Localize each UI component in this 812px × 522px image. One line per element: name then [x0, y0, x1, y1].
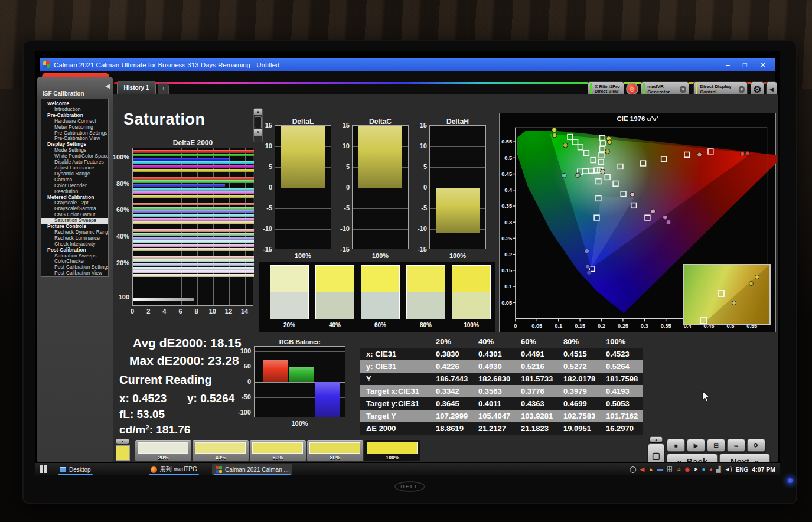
refresh-button[interactable]: ⟳ [747, 439, 765, 452]
patch-swatch[interactable] [367, 442, 418, 454]
tab-history-1[interactable]: History 1 [117, 81, 156, 94]
record-dot-icon[interactable]: ◉ [684, 466, 690, 472]
minimize-button[interactable]: – [726, 61, 730, 69]
table-cell: 0.5053 [600, 399, 643, 408]
deltae-group-label: 20% [106, 259, 129, 266]
close-button[interactable]: ✕ [760, 61, 766, 69]
transport-up-button[interactable]: ▲ [650, 436, 663, 442]
taskbar-item[interactable]: 用到 madTPG [147, 464, 201, 475]
strip-up-icon[interactable]: ▲ [116, 439, 129, 444]
taskbar-item-label: Calman 2021 Calman ... [225, 466, 289, 473]
cie-chart-title: CIE 1976 u'v' [500, 115, 775, 122]
de-bar [133, 270, 254, 273]
speaker-icon[interactable]: ◄) [724, 466, 732, 472]
svg-text:0: 0 [514, 323, 517, 329]
messenger-icon[interactable]: ● [702, 466, 706, 472]
scroll-up-icon[interactable]: ▲ [254, 109, 262, 115]
loop-button[interactable]: ∞ [727, 439, 745, 452]
patch-swatch[interactable] [195, 442, 246, 454]
table-cell: 0.4363 [515, 399, 557, 408]
patch-swatch[interactable] [252, 442, 303, 454]
patch-panel[interactable]: 40% [193, 440, 249, 461]
brush-icon[interactable]: ≋ [676, 466, 681, 472]
bar-group [133, 150, 253, 172]
de-bar [133, 248, 254, 251]
delta-tick-label: -15 [409, 246, 427, 253]
mini-swatch[interactable] [116, 445, 130, 461]
de-bar [133, 169, 254, 172]
row-label: Target y:CIE31 [360, 399, 430, 408]
taskbar-item[interactable]: Calman 2021 Calman ... [212, 464, 292, 475]
patch-mini-column: ▲ [113, 439, 133, 462]
frame-button[interactable]: ⊟ [707, 439, 725, 452]
cie-zoom-inset [683, 264, 771, 325]
svg-text:0.2: 0.2 [504, 252, 512, 257]
deltal-chart-title: DeltaL [275, 118, 331, 126]
sidebar-item[interactable]: Dynamic Range [41, 171, 108, 177]
de-bar [133, 240, 254, 243]
patch-swatch[interactable] [309, 442, 360, 454]
table-cell: 0.4193 [600, 387, 643, 396]
sidebar-item[interactable]: Resolution [41, 189, 108, 195]
display-control-label: Direct Display Control [700, 84, 739, 94]
scroll-down-icon[interactable]: ▼ [254, 129, 262, 136]
table-header-cell: 20% [430, 337, 472, 346]
patch-swatch[interactable] [138, 442, 188, 454]
table-row: x: CIE310.38300.43010.44910.45150.4523 [360, 348, 643, 360]
sidebar-item[interactable]: Post-Calibration View [41, 270, 108, 276]
record-button[interactable]: ◎ [626, 83, 638, 95]
signal-icon[interactable]: ▟ [716, 466, 721, 472]
volume-red-icon[interactable]: ◀ [640, 466, 644, 472]
table-cell: 181.5733 [515, 374, 557, 383]
current-reading-label: Current Reading [119, 373, 212, 387]
stop-button[interactable]: ■ [667, 439, 685, 452]
de-bar [133, 184, 225, 187]
swatch-target [270, 292, 308, 319]
table-row: Target y:CIE310.36450.40110.43630.46990.… [360, 397, 643, 410]
reading-fl: fL: 53.05 [119, 408, 165, 421]
table-cell: 19.0951 [557, 424, 600, 433]
start-button[interactable] [40, 465, 47, 473]
table-cell: 182.6830 [472, 374, 515, 383]
folder-icon[interactable]: ▬ [657, 466, 663, 472]
traffic-icon[interactable]: ▲ [648, 466, 654, 472]
deltae-chart [132, 148, 253, 306]
patch-label: 20% [135, 455, 191, 461]
table-header-cell: 40% [472, 337, 515, 346]
patch-panel[interactable]: 20% [135, 440, 191, 461]
clock[interactable]: 4:07 PM [752, 466, 775, 473]
maximize-button[interactable]: □ [743, 61, 747, 69]
de-bar [133, 298, 194, 301]
play-button[interactable]: ▶ [687, 439, 705, 452]
inset-point [755, 275, 759, 279]
de-bar [133, 191, 254, 194]
delta-tick-label: 10 [409, 142, 427, 149]
table-cell: 182.0178 [557, 374, 600, 383]
table-cell: 0.4011 [472, 399, 515, 408]
taskbar-item[interactable]: Desktop [56, 464, 94, 475]
sidebar-collapse-icon[interactable]: ◀ [105, 83, 110, 89]
patch-panel[interactable]: 60% [250, 440, 306, 461]
patch-panel[interactable]: 80% [307, 440, 363, 461]
swatch [315, 265, 354, 319]
delta-tick-label: 0 [255, 184, 272, 191]
ring-icon[interactable]: ◯ [630, 466, 636, 472]
add-tab-button[interactable]: + [158, 83, 169, 94]
delta-tick-label: 0 [409, 184, 427, 191]
tim-icon[interactable]: ◕ [709, 466, 713, 472]
measurements-table: 20%40%60%80%100%x: CIE310.38300.43010.44… [360, 335, 643, 435]
window-titlebar[interactable]: Calman 2021 Calman Ultimate for Business… [40, 58, 775, 71]
table-cell: 107.2999 [430, 412, 472, 420]
inset-target [700, 317, 707, 324]
chevron-left-icon: ◀ [769, 87, 773, 92]
language-indicator[interactable]: ENG [736, 466, 749, 473]
de-bar [133, 203, 254, 205]
cjk-app-icon[interactable]: 用 [667, 466, 673, 472]
svg-text:0.15: 0.15 [575, 323, 585, 329]
delta-tick-label: 0 [332, 184, 350, 191]
table-cell: 186.7443 [430, 374, 472, 383]
cursor-icon[interactable]: ➤ [693, 466, 698, 472]
table-cell: 0.3830 [430, 350, 472, 358]
deltae-x-tick: 0 [126, 308, 138, 315]
patch-panel[interactable]: 100% [364, 440, 420, 461]
